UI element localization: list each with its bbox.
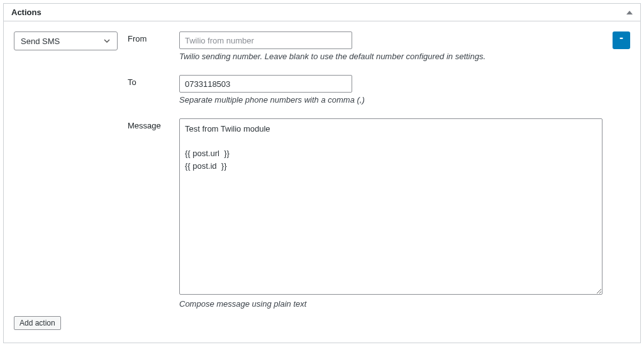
to-field-row: To Separate multiple phone numbers with …: [128, 75, 602, 105]
from-label: From: [128, 31, 179, 43]
panel-title: Actions: [11, 8, 42, 17]
actions-panel: Actions Send SMS From Twilio sending num…: [3, 3, 641, 343]
collapse-up-icon: [626, 11, 633, 14]
message-textarea[interactable]: [179, 118, 602, 295]
panel-body: Send SMS From Twilio sending number. Lea…: [4, 21, 640, 343]
from-input[interactable]: [179, 31, 352, 49]
fields-column: From Twilio sending number. Leave blank …: [128, 31, 602, 312]
to-label: To: [128, 75, 179, 87]
to-input[interactable]: [179, 75, 352, 93]
to-help-text: Separate multiple phone numbers with a c…: [179, 95, 602, 105]
message-field-row: Message Compose message using plain text: [128, 118, 602, 309]
message-help-text: Compose message using plain text: [179, 299, 602, 309]
action-type-select[interactable]: Send SMS: [14, 31, 118, 50]
remove-action-button[interactable]: -: [613, 31, 630, 49]
action-row: Send SMS From Twilio sending number. Lea…: [14, 31, 630, 312]
message-label: Message: [128, 118, 179, 130]
from-field-row: From Twilio sending number. Leave blank …: [128, 31, 602, 61]
add-action-button[interactable]: Add action: [14, 316, 61, 330]
from-help-text: Twilio sending number. Leave blank to us…: [179, 52, 602, 61]
footer-row: Add action: [14, 316, 630, 330]
panel-header[interactable]: Actions: [4, 4, 640, 21]
